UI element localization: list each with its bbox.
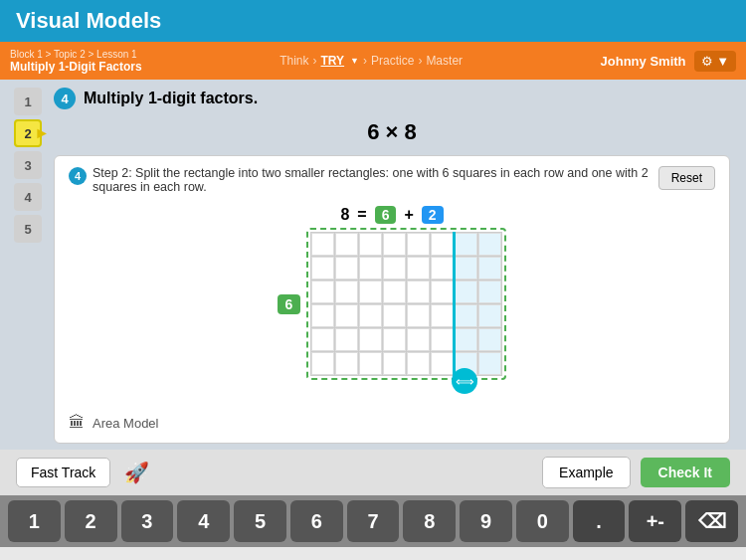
arrow-3: ›	[418, 54, 422, 68]
example-button[interactable]: Example	[542, 457, 630, 488]
eq-equals: =	[357, 206, 366, 224]
problem-step-circle: 4	[54, 88, 76, 109]
grid-cell	[478, 233, 501, 256]
grid-cell	[311, 257, 334, 280]
step-badge: 4	[69, 167, 87, 185]
grid-cell	[359, 233, 382, 256]
keypad-key-7[interactable]: 7	[347, 500, 400, 542]
eq-left: 8	[340, 206, 349, 224]
grid-cell	[359, 328, 382, 351]
eq-part1-badge: 6	[375, 206, 397, 224]
grid-cell	[407, 280, 430, 303]
fast-track-icon-button[interactable]: 🚀	[120, 457, 153, 488]
grid-cell	[407, 304, 430, 327]
grid-cell	[431, 304, 454, 327]
keypad-key-6[interactable]: 6	[290, 500, 343, 542]
grid-cell	[311, 233, 334, 256]
keypad-key-9[interactable]: 9	[460, 500, 512, 542]
grid-cell	[311, 280, 334, 303]
step-master[interactable]: Master	[426, 54, 463, 68]
step-think[interactable]: Think	[280, 54, 308, 68]
grid-cell	[335, 257, 358, 280]
eq-plus: +	[404, 206, 413, 224]
action-bar: Fast Track 🚀 Example Check It	[0, 450, 746, 495]
grid-cell	[478, 280, 501, 303]
grid-cell	[383, 233, 406, 256]
grid-cell	[311, 304, 334, 327]
keypad-key-1[interactable]: 1	[8, 500, 61, 542]
try-indicator: ▼	[350, 56, 359, 66]
title-bar: Visual Models	[0, 0, 746, 42]
keypad-key-2[interactable]: 2	[65, 500, 117, 542]
step-list: 1 2 ► 3 4 5	[14, 88, 42, 243]
model-label: Area Model	[93, 416, 158, 431]
grid-cell	[407, 328, 430, 351]
fast-track-button[interactable]: Fast Track	[16, 458, 110, 487]
grid-wrapper: 6 ⟺	[278, 228, 507, 380]
arrow-2: ›	[363, 54, 367, 68]
arrow-1: ›	[313, 54, 317, 68]
grid-cell	[383, 257, 406, 280]
action-bar-right: Example Check It	[542, 457, 730, 488]
model-footer: 🏛 Area Model	[69, 414, 715, 432]
grid-cell	[478, 304, 501, 327]
grid-container: ⟺	[306, 228, 506, 380]
grid-cell	[359, 257, 382, 280]
instruction-text: Step 2: Split the rectangle into two sma…	[93, 166, 649, 194]
grid-cell	[383, 352, 406, 375]
keypad-key-8[interactable]: 8	[403, 500, 456, 542]
grid-cell	[407, 352, 430, 375]
multiplication-grid	[310, 232, 502, 376]
keypad-key-xx[interactable]: +-	[629, 500, 681, 542]
step-item-1[interactable]: 1	[14, 88, 42, 115]
nav-bar: Block 1 > Topic 2 > Lesson 1 Multiply 1-…	[0, 42, 746, 80]
grid-cell	[359, 352, 382, 375]
lesson-title: Multiply 1-Digit Factors	[10, 60, 142, 74]
grid-cell	[455, 328, 477, 351]
user-name: Johnny Smith	[601, 54, 686, 69]
problem-expression: 6 × 8	[54, 115, 730, 149]
problem-header: 4 Multiply 1-digit factors.	[54, 88, 730, 109]
grid-cell	[383, 280, 406, 303]
nav-bar-right: Johnny Smith ⚙ ▼	[601, 51, 736, 72]
keypad-key-5[interactable]: 5	[234, 500, 286, 542]
grid-cell	[431, 233, 454, 256]
grid-cell	[407, 257, 430, 280]
grid-cell	[335, 233, 358, 256]
step-try[interactable]: TRY	[321, 54, 345, 68]
row-label: 6	[278, 294, 301, 314]
eq-part2-badge: 2	[422, 206, 444, 224]
step-practice[interactable]: Practice	[371, 54, 414, 68]
grid-cell	[311, 328, 334, 351]
reset-button[interactable]: Reset	[658, 166, 715, 190]
grid-cell	[431, 280, 454, 303]
drag-handle[interactable]: ⟺	[452, 368, 477, 394]
grid-cell	[407, 233, 430, 256]
step-instruction-text: 4 Step 2: Split the rectangle into two s…	[69, 166, 649, 194]
breadcrumb: Block 1 > Topic 2 > Lesson 1	[10, 49, 142, 60]
grid-cell	[431, 328, 454, 351]
grid-cell	[431, 257, 454, 280]
grid-cell	[455, 304, 477, 327]
step-item-4[interactable]: 4	[14, 183, 42, 211]
keypad-key-0[interactable]: 0	[516, 500, 569, 542]
grid-cell	[478, 257, 501, 280]
gear-button[interactable]: ⚙ ▼	[694, 51, 736, 72]
check-it-button[interactable]: Check It	[641, 458, 730, 487]
step-instruction: 4 Step 2: Split the rectangle into two s…	[69, 166, 715, 194]
grid-divider	[453, 232, 456, 376]
grid-cell	[383, 328, 406, 351]
grid-cell	[383, 304, 406, 327]
step-item-2[interactable]: 2 ►	[14, 119, 42, 147]
grid-cell	[335, 328, 358, 351]
step-item-5[interactable]: 5	[14, 215, 42, 243]
work-area: 4 Step 2: Split the rectangle into two s…	[54, 155, 730, 444]
keypad-key-4[interactable]: 4	[177, 500, 230, 542]
grid-cell	[335, 304, 358, 327]
keypad-key-3[interactable]: 3	[121, 500, 174, 542]
visual-area: 8 = 6 + 2 6 ⟺	[69, 202, 715, 380]
keypad-key-x[interactable]: ⌫	[685, 500, 738, 542]
problem-instruction: Multiply 1-digit factors.	[84, 90, 258, 107]
keypad-key-x[interactable]: .	[573, 500, 626, 542]
step-item-3[interactable]: 3	[14, 151, 42, 179]
